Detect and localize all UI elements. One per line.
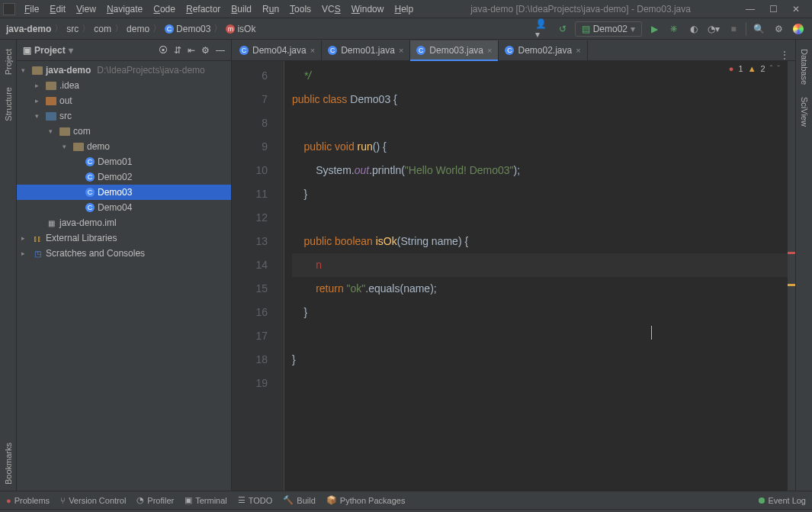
recompile-icon[interactable]: ↺ bbox=[555, 21, 570, 37]
tree-out[interactable]: ▸out bbox=[17, 93, 231, 108]
tree-demo[interactable]: ▾demo bbox=[17, 139, 231, 154]
line-gutter[interactable]: 678910111213141516171819 bbox=[232, 61, 274, 491]
close-icon[interactable]: × bbox=[487, 46, 492, 55]
menu-code[interactable]: Code bbox=[149, 2, 180, 16]
code-editor[interactable]: 678910111213141516171819 */public class … bbox=[232, 61, 795, 491]
menu-file[interactable]: File bbox=[20, 2, 43, 16]
tree-idea[interactable]: ▸.idea bbox=[17, 78, 231, 93]
error-stripe[interactable] bbox=[788, 61, 795, 491]
panel-settings-icon[interactable]: ⚙ bbox=[201, 45, 210, 56]
tree-file-demo01[interactable]: CDemo01 bbox=[17, 154, 231, 169]
todo-tab[interactable]: ☰TODO bbox=[238, 495, 273, 505]
profiler-icon: ◔ bbox=[136, 495, 144, 505]
add-user-icon[interactable]: 👤▾ bbox=[535, 21, 550, 37]
app-icon: ▤ bbox=[582, 24, 590, 34]
menu-run[interactable]: Run bbox=[258, 2, 284, 16]
profiler-tab[interactable]: ◔Profiler bbox=[136, 495, 174, 505]
project-panel: ▣ Project ▾ ⦿ ⇵ ⇤ ⚙ ― ▾ java-demoD:\Idea… bbox=[17, 40, 232, 491]
close-button[interactable]: ✕ bbox=[789, 4, 803, 14]
profile-button[interactable]: ◔▾ bbox=[706, 21, 721, 37]
terminal-icon: ▣ bbox=[185, 495, 192, 505]
menu-build[interactable]: Build bbox=[226, 2, 256, 16]
tab-demo01[interactable]: CDemo01.java× bbox=[322, 40, 410, 60]
class-icon: C bbox=[85, 157, 95, 166]
navigation-bar: java-demo 〉 src 〉 com 〉 demo 〉 CDemo03 〉… bbox=[0, 18, 812, 40]
stop-button[interactable]: ■ bbox=[726, 21, 741, 37]
coverage-button[interactable]: ◐ bbox=[686, 21, 701, 37]
database-tool-tab[interactable]: Database bbox=[798, 43, 810, 91]
left-tool-strip: Project Structure Bookmarks bbox=[0, 40, 17, 491]
branch-icon: ⑂ bbox=[60, 496, 66, 505]
debug-button[interactable]: ⛯ bbox=[666, 21, 682, 37]
menu-help[interactable]: Help bbox=[390, 2, 418, 16]
project-view-selector[interactable]: ▣ Project ▾ bbox=[23, 45, 73, 56]
menu-refactor[interactable]: Refactor bbox=[181, 2, 225, 16]
crumb-com[interactable]: com bbox=[94, 24, 111, 34]
expand-all-icon[interactable]: ⇵ bbox=[174, 45, 181, 56]
menu-vcs[interactable]: VCS bbox=[317, 2, 345, 16]
close-icon[interactable]: × bbox=[310, 46, 315, 55]
menu-edit[interactable]: Edit bbox=[45, 2, 70, 16]
tab-demo02[interactable]: CDemo02.java× bbox=[499, 40, 587, 60]
main-area: Project Structure Bookmarks ▣ Project ▾ … bbox=[0, 40, 812, 491]
crumb-demo[interactable]: demo bbox=[127, 24, 149, 34]
structure-tool-tab[interactable]: Structure bbox=[2, 81, 14, 127]
class-icon: C bbox=[85, 172, 95, 182]
tree-iml[interactable]: ▦java-demo.iml bbox=[17, 215, 231, 230]
terminal-tab[interactable]: ▣Terminal bbox=[185, 495, 227, 505]
hide-panel-icon[interactable]: ― bbox=[216, 45, 225, 56]
crumb-method[interactable]: misOk bbox=[226, 24, 255, 34]
close-icon[interactable]: × bbox=[399, 46, 403, 55]
menu-navigate[interactable]: Navigate bbox=[102, 2, 147, 16]
tab-demo03[interactable]: CDemo03.java× bbox=[410, 40, 499, 60]
crumb-src[interactable]: src bbox=[66, 24, 79, 34]
crumb-class[interactable]: CDemo03 bbox=[165, 24, 210, 34]
python-packages-tab[interactable]: 📦Python Packages bbox=[326, 495, 406, 505]
tree-ext-lib[interactable]: ▸⫿⫿External Libraries bbox=[17, 230, 231, 246]
close-icon[interactable]: × bbox=[576, 46, 580, 55]
crumb-project[interactable]: java-demo bbox=[6, 24, 51, 34]
event-log-tab[interactable]: Event Log bbox=[759, 496, 806, 505]
collapse-all-icon[interactable]: ⇤ bbox=[188, 45, 195, 56]
run-config-selector[interactable]: ▤ Demo02 ▾ bbox=[575, 21, 642, 37]
project-tool-tab[interactable]: Project bbox=[2, 43, 14, 81]
plugin-icon[interactable] bbox=[791, 21, 806, 37]
editor-area: CDemo04.java× CDemo01.java× CDemo03.java… bbox=[232, 40, 795, 491]
tree-src[interactable]: ▾src bbox=[17, 108, 231, 124]
problems-tab[interactable]: ●Problems bbox=[6, 496, 50, 505]
vcs-tab[interactable]: ⑂Version Control bbox=[60, 496, 126, 505]
tree-com[interactable]: ▾com bbox=[17, 124, 231, 139]
bookmarks-tool-tab[interactable]: Bookmarks bbox=[2, 436, 14, 491]
menu-window[interactable]: Window bbox=[347, 2, 389, 16]
code-content[interactable]: */public class Demo03 { public void run(… bbox=[284, 61, 788, 491]
tree-file-demo03[interactable]: CDemo03 bbox=[17, 185, 231, 200]
tree-root[interactable]: ▾ java-demoD:\IdeaProjects\java-demo bbox=[17, 63, 231, 78]
maximize-button[interactable]: ☐ bbox=[766, 4, 780, 14]
menubar: File Edit View Navigate Code Refactor Bu… bbox=[20, 2, 418, 16]
inspection-widget[interactable]: ●1 ▲2 ˆˇ bbox=[729, 64, 780, 73]
tree-file-demo04[interactable]: CDemo04 bbox=[17, 200, 231, 215]
notification-dot-icon bbox=[759, 498, 765, 504]
right-tool-strip: Database SciView bbox=[795, 40, 812, 491]
minimize-button[interactable]: ― bbox=[743, 4, 757, 14]
class-icon: C bbox=[416, 46, 425, 55]
method-icon: m bbox=[226, 24, 235, 34]
run-button[interactable]: ▶ bbox=[647, 21, 662, 37]
menu-tools[interactable]: Tools bbox=[285, 2, 316, 16]
fold-gutter[interactable] bbox=[274, 61, 284, 491]
project-tree[interactable]: ▾ java-demoD:\IdeaProjects\java-demo ▸.i… bbox=[17, 61, 231, 491]
project-panel-header: ▣ Project ▾ ⦿ ⇵ ⇤ ⚙ ― bbox=[17, 40, 231, 61]
build-tab[interactable]: 🔨Build bbox=[283, 495, 315, 505]
window-title: java-demo [D:\IdeaProjects\java-demo] - … bbox=[418, 4, 743, 14]
tree-file-demo02[interactable]: CDemo02 bbox=[17, 169, 231, 185]
tab-demo04[interactable]: CDemo04.java× bbox=[233, 40, 322, 60]
titlebar: File Edit View Navigate Code Refactor Bu… bbox=[0, 0, 812, 18]
tree-scratches[interactable]: ▸◳Scratches and Consoles bbox=[17, 246, 231, 261]
menu-view[interactable]: View bbox=[72, 2, 101, 16]
select-opened-icon[interactable]: ⦿ bbox=[159, 45, 168, 56]
sciview-tool-tab[interactable]: SciView bbox=[798, 91, 810, 133]
settings-icon[interactable]: ⚙ bbox=[771, 21, 786, 37]
breadcrumbs: java-demo 〉 src 〉 com 〉 demo 〉 CDemo03 〉… bbox=[6, 22, 255, 35]
search-icon[interactable]: 🔍 bbox=[751, 21, 766, 37]
tab-more-icon[interactable]: ⋮ bbox=[774, 50, 795, 60]
